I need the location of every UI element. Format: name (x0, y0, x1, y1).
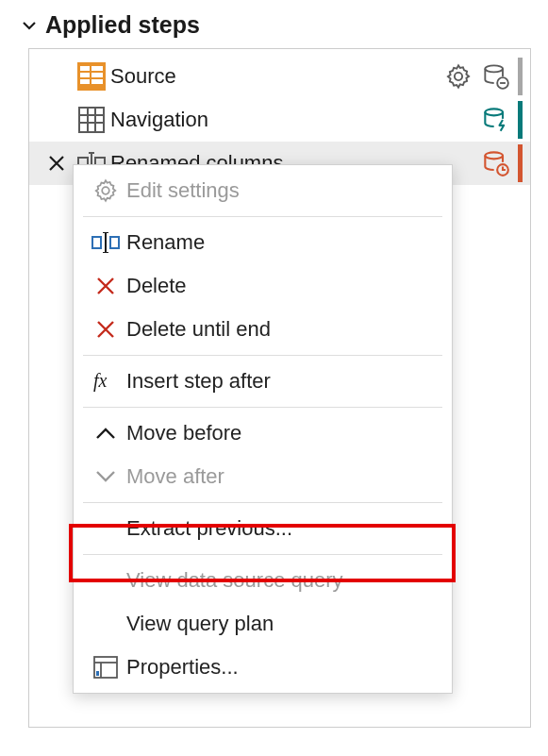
svg-rect-4 (91, 73, 103, 77)
menu-divider (83, 407, 442, 408)
svg-rect-5 (80, 79, 90, 84)
menu-label: Edit settings (126, 178, 240, 203)
delete-x-icon (85, 276, 126, 296)
menu-delete[interactable]: Delete (74, 264, 452, 308)
menu-label: View query plan (126, 612, 274, 636)
menu-label: Move before (126, 421, 241, 445)
menu-extract-previous[interactable]: Extract previous... (74, 507, 452, 550)
menu-insert-step-after[interactable]: fx Insert step after (74, 360, 452, 403)
section-title: Applied steps (45, 11, 200, 39)
menu-label: Delete until end (126, 317, 271, 342)
menu-delete-until-end[interactable]: Delete until end (74, 308, 452, 351)
gear-icon (85, 178, 126, 203)
menu-rename[interactable]: Rename (74, 221, 452, 264)
menu-label: Properties... (126, 655, 239, 680)
svg-point-19 (485, 152, 503, 159)
step-label: Navigation (110, 108, 480, 132)
fx-icon: fx (85, 371, 126, 392)
chevron-up-icon (85, 427, 126, 440)
chevron-down-icon (85, 470, 126, 483)
svg-rect-2 (91, 66, 103, 71)
context-menu: Edit settings Rename Delete Delete until… (73, 164, 453, 694)
menu-label: Move after (126, 464, 224, 489)
menu-view-query-plan[interactable]: View query plan (74, 602, 452, 646)
database-clock-icon[interactable] (480, 147, 512, 179)
section-header[interactable]: Applied steps (0, 11, 548, 48)
chevron-down-icon (21, 17, 38, 34)
source-icon (73, 62, 110, 91)
menu-label: View data source query (126, 568, 343, 593)
svg-text:fx: fx (93, 371, 108, 392)
menu-divider (83, 502, 442, 503)
svg-rect-1 (80, 66, 90, 71)
menu-divider (83, 355, 442, 356)
svg-rect-21 (92, 237, 101, 248)
svg-rect-6 (91, 79, 103, 84)
menu-label: Insert step after (126, 369, 271, 394)
delete-x-icon (85, 319, 126, 340)
delete-step-icon[interactable] (41, 154, 73, 173)
step-row-source[interactable]: Source (29, 55, 530, 98)
svg-rect-28 (96, 671, 99, 676)
rename-icon (85, 232, 126, 253)
menu-move-after: Move after (74, 455, 452, 498)
menu-label: Rename (126, 230, 205, 255)
menu-edit-settings: Edit settings (74, 169, 452, 212)
gear-icon[interactable] (442, 60, 474, 92)
table-icon (73, 106, 110, 134)
menu-divider (83, 554, 442, 555)
database-remove-icon[interactable] (480, 60, 512, 92)
step-marker (518, 58, 523, 95)
svg-rect-22 (110, 237, 119, 248)
svg-rect-10 (79, 108, 104, 132)
svg-point-15 (485, 109, 503, 115)
properties-icon (85, 655, 126, 680)
menu-label: Delete (126, 274, 187, 298)
svg-rect-3 (80, 73, 90, 77)
step-marker (518, 144, 523, 182)
menu-properties[interactable]: Properties... (74, 646, 452, 689)
svg-point-7 (485, 65, 503, 72)
menu-label: Extract previous... (126, 516, 292, 541)
menu-move-before[interactable]: Move before (74, 412, 452, 455)
menu-view-data-source-query: View data source query (74, 559, 452, 602)
step-marker (518, 101, 523, 139)
step-label: Source (110, 64, 442, 89)
database-bolt-icon[interactable] (480, 104, 512, 136)
menu-divider (83, 216, 442, 217)
step-row-navigation[interactable]: Navigation (29, 98, 530, 142)
